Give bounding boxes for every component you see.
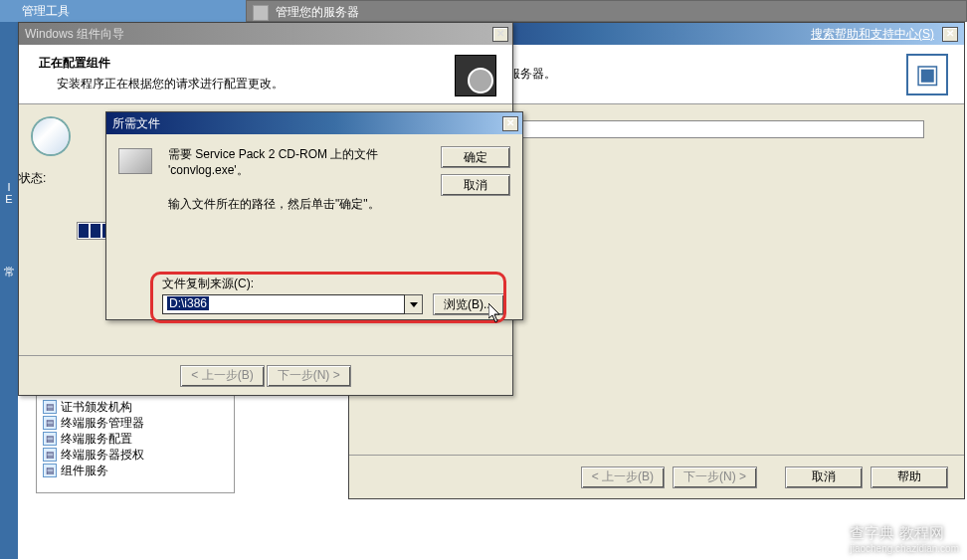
- folder-icon: ▤: [43, 416, 57, 430]
- disc-icon: [33, 118, 69, 154]
- next-button: 下一步(N) >: [673, 467, 757, 488]
- close-icon[interactable]: ✕: [942, 27, 958, 42]
- install-disc-icon: [455, 55, 496, 96]
- folder-icon: ▤: [43, 464, 57, 477]
- dialog2-titlebar[interactable]: 所需文件 ✕: [106, 112, 522, 134]
- tree-item-terminal-mgr[interactable]: ▤终端服务管理器: [43, 415, 228, 431]
- tree-item-terminal-lic[interactable]: ▤终端服务器授权: [43, 447, 228, 463]
- wizard1-titlebar[interactable]: Windows 组件向导 ✕: [19, 23, 512, 45]
- taskbar-item-manage-server[interactable]: 管理您的服务器: [246, 0, 967, 22]
- tree-item-terminal-cfg[interactable]: ▤终端服务配置: [43, 431, 228, 447]
- watermark: 查字典 教程网 jiaocheng.chazidian.com: [850, 524, 959, 554]
- cancel-button[interactable]: 取消: [785, 467, 863, 488]
- copy-from-label: 文件复制来源(C):: [162, 276, 254, 292]
- taskbar-item-admin-tools[interactable]: 管理工具: [0, 0, 259, 22]
- folder-icon: ▤: [43, 400, 57, 414]
- next-button: 下一步(N) >: [267, 365, 351, 387]
- status-label: 状态:: [19, 170, 46, 187]
- tree-item-component-svc[interactable]: ▤组件服务: [43, 463, 228, 478]
- folder-icon: ▤: [43, 448, 57, 462]
- files-needed-message: 需要 Service Pack 2 CD-ROM 上的文件 'convlog.e…: [168, 146, 387, 178]
- tree-item-cert-authority[interactable]: ▤证书颁发机构: [43, 399, 228, 415]
- cancel-button[interactable]: 取消: [441, 174, 510, 196]
- admin-tools-tree: ▤证书颁发机构 ▤终端服务管理器 ▤终端服务配置 ▤终端服务器授权 ▤组件服务: [36, 394, 235, 493]
- ok-button[interactable]: 确定: [441, 146, 510, 168]
- back-button: < 上一步(B): [180, 365, 264, 387]
- browse-button[interactable]: 浏览(B)...: [433, 293, 504, 315]
- copy-from-combobox[interactable]: D:\i386: [162, 294, 423, 314]
- wizard1-subheading: 安装程序正在根据您的请求进行配置更改。: [57, 76, 284, 93]
- folder-icon: ▤: [43, 432, 57, 446]
- back-button: < 上一步(B): [581, 467, 665, 488]
- help-button[interactable]: 帮助: [870, 467, 948, 488]
- server-icon: [253, 5, 269, 21]
- copy-from-input[interactable]: D:\i386: [162, 294, 405, 314]
- files-needed-dialog: 所需文件 ✕ 需要 Service Pack 2 CD-ROM 上的文件 'co…: [105, 111, 523, 320]
- chevron-down-icon: [410, 302, 418, 307]
- close-icon[interactable]: ✕: [502, 116, 518, 131]
- wizard1-heading: 正在配置组件: [39, 55, 284, 72]
- disk-drive-icon: [118, 148, 152, 174]
- dropdown-button[interactable]: [405, 294, 423, 314]
- close-icon[interactable]: ✕: [492, 27, 508, 42]
- files-needed-instruction: 输入文件所在的路径，然后单击"确定"。: [168, 196, 407, 213]
- server-role-icon: ▣: [906, 54, 948, 95]
- left-sidebar-strip: I E 常: [0, 22, 18, 559]
- search-help-link[interactable]: 搜索帮助和支持中心(S): [811, 26, 934, 43]
